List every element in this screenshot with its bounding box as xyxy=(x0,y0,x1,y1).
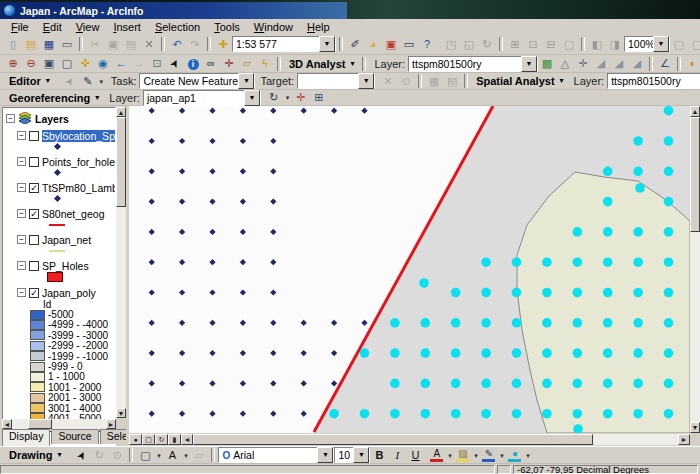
sun-hillshade-button[interactable]: ◐ xyxy=(684,56,700,71)
expander-icon[interactable]: − xyxy=(17,183,26,192)
print-button[interactable]: ▭ xyxy=(58,37,76,52)
delete-button[interactable]: ✕ xyxy=(140,37,158,52)
toggle-draft-mode-button[interactable]: ▢ xyxy=(560,37,578,52)
menu-view[interactable]: View xyxy=(69,20,107,34)
arccatalog-button[interactable]: ◕ xyxy=(364,37,382,52)
go-forward-extent-button[interactable]: ◨ xyxy=(606,37,624,52)
select-features-button[interactable]: ⊡ xyxy=(148,56,166,71)
redo-button[interactable]: ↷ xyxy=(186,37,204,52)
go-to-xy-button[interactable]: ✛ xyxy=(220,56,238,71)
layer-checkbox[interactable] xyxy=(29,261,39,271)
tab-source[interactable]: Source xyxy=(51,429,98,444)
layer-name[interactable]: Japan_net xyxy=(42,234,91,246)
layer-checkbox[interactable] xyxy=(29,235,39,245)
zoom-100-layout-button[interactable]: ⊡ xyxy=(524,37,542,52)
font-color-button[interactable]: A xyxy=(428,448,445,463)
arctoolbox-button[interactable]: ▣ xyxy=(382,37,400,52)
toc-scroll-thumb[interactable] xyxy=(116,117,126,207)
aspect-tool-button[interactable]: ◢ xyxy=(628,56,646,71)
dropdown-arrow-icon[interactable]: ▾ xyxy=(497,448,506,463)
font-combo-value[interactable]: Arial xyxy=(230,449,317,461)
save-button[interactable]: ▦ xyxy=(40,37,58,52)
sketch-properties-button[interactable]: ▤ xyxy=(443,74,461,89)
expander-icon[interactable]: − xyxy=(17,209,26,218)
layer-checkbox[interactable]: ✓ xyxy=(29,209,39,219)
map-scroll-up[interactable]: ▲ xyxy=(690,106,700,117)
map-canvas[interactable] xyxy=(129,106,690,433)
pan-hand-button[interactable]: ✜ xyxy=(76,56,94,71)
menu-file[interactable]: File xyxy=(4,20,36,34)
map-hscroll-thumb[interactable] xyxy=(193,434,593,445)
add-data-button[interactable]: ✚ xyxy=(214,37,232,52)
zoom-percent-combo[interactable]: 100%▼ xyxy=(624,36,670,52)
editor-menu[interactable]: Editor▾ xyxy=(4,73,55,89)
rotate-element-button[interactable]: ↻ xyxy=(90,448,108,463)
open-folder-button[interactable]: ▤ xyxy=(22,37,40,52)
sa-layer-combo[interactable]: ttspm801500ry▼ xyxy=(607,73,700,89)
font-size-combo[interactable]: 10▼ xyxy=(334,447,370,463)
scale-combo-drop-button[interactable]: ▼ xyxy=(319,36,335,52)
dropdown-arrow-icon[interactable]: ▾ xyxy=(97,74,106,89)
zoom-element-button[interactable]: ⊙ xyxy=(108,448,126,463)
expander-icon[interactable]: − xyxy=(17,235,26,244)
georeferencing-menu[interactable]: Georeferencing▾ xyxy=(4,90,104,106)
task-combo-drop-button[interactable]: ▼ xyxy=(238,73,254,89)
layer-checkbox[interactable]: ✓ xyxy=(29,183,39,193)
expander-icon[interactable]: − xyxy=(6,114,15,123)
layer-name[interactable]: Japan_poly xyxy=(42,287,96,299)
edit-vertices-button[interactable]: ▱ xyxy=(190,448,208,463)
layer-name[interactable]: Points_for_holes xyxy=(42,156,116,168)
tab-display[interactable]: Display xyxy=(2,429,50,446)
dropdown-arrow-icon[interactable]: ▾ xyxy=(154,448,163,463)
drawing-menu[interactable]: Drawing▾ xyxy=(4,447,66,463)
fixed-zoom-out-button[interactable]: ▢ xyxy=(58,56,76,71)
expander-icon[interactable]: − xyxy=(17,288,26,297)
scale-combo-value[interactable]: 1:53 577 xyxy=(233,38,319,50)
full-extent-globe-button[interactable]: ◉ xyxy=(94,56,112,71)
identify-info-button[interactable]: i xyxy=(184,56,202,71)
create-tin-grid-button[interactable]: ▩ xyxy=(538,56,556,71)
copy-button[interactable]: ▣ xyxy=(104,37,122,52)
zoom-percent-combo-drop-button[interactable]: ▼ xyxy=(653,36,669,52)
zoom-page-width-button[interactable]: ⊟ xyxy=(542,37,560,52)
expander-icon[interactable]: − xyxy=(17,131,26,140)
fill-color-button[interactable]: ▨ xyxy=(454,448,471,463)
map-scroll-left[interactable]: ◄ xyxy=(181,434,193,445)
text-tool-button[interactable]: A xyxy=(163,448,181,463)
georef-layer-combo-value[interactable]: japan_ap1 xyxy=(144,92,244,104)
dropdown-arrow-icon[interactable]: ▾ xyxy=(445,448,454,463)
new-document-button[interactable]: ▯ xyxy=(4,37,22,52)
target-combo-drop-button[interactable]: ▼ xyxy=(358,73,374,89)
3d-analyst-menu[interactable]: 3D Analyst▾ xyxy=(284,56,359,72)
paste-button[interactable]: ▤ xyxy=(122,37,140,52)
toc-scroll-up[interactable]: ▲ xyxy=(116,107,126,117)
layer-checkbox[interactable] xyxy=(29,131,39,141)
split-tool-button[interactable]: ✕ xyxy=(379,74,397,89)
underline-button-button[interactable]: U xyxy=(406,448,424,463)
menu-insert[interactable]: Insert xyxy=(106,20,148,34)
layer-checkbox[interactable]: ✓ xyxy=(29,288,39,298)
dropdown-arrow-icon[interactable]: ▾ xyxy=(181,448,190,463)
undo-button[interactable]: ↶ xyxy=(168,37,186,52)
toc-root-label[interactable]: Layers xyxy=(35,113,69,125)
task-combo-value[interactable]: Create New Feature xyxy=(140,75,238,87)
profile-graph-button[interactable]: ∠ xyxy=(656,56,674,71)
dropdown-arrow-icon[interactable]: ▾ xyxy=(523,448,532,463)
back-extent-arrow-button[interactable]: ← xyxy=(112,56,130,71)
georef-layer-combo[interactable]: japan_ap1▼ xyxy=(143,90,261,106)
menu-window[interactable]: Window xyxy=(247,20,300,34)
menu-selection[interactable]: Selection xyxy=(148,20,207,34)
sketch-pencil-button[interactable]: ✎ xyxy=(79,74,97,89)
layer-name[interactable]: S80net_geog xyxy=(42,208,104,220)
bold-button-button[interactable]: B xyxy=(370,448,388,463)
marker-color-button[interactable]: ● xyxy=(506,448,523,463)
layer-name[interactable]: TtSPm80_Lamb&R xyxy=(42,182,116,194)
3d-layer-combo-value[interactable]: ttspm801500ry xyxy=(409,58,521,70)
select-graphics-button[interactable]: ◳ xyxy=(442,37,460,52)
rotate-link-button[interactable]: ↻ xyxy=(265,90,283,105)
hyperlink-lightning-button[interactable]: ϟ xyxy=(256,56,274,71)
line-color-button[interactable]: ✎ xyxy=(480,448,497,463)
toc-scroll-right[interactable]: ► xyxy=(106,419,116,429)
edit-arrow-button[interactable]: ➤ xyxy=(61,74,79,89)
button-refresh-view[interactable]: ↻ xyxy=(155,434,168,445)
